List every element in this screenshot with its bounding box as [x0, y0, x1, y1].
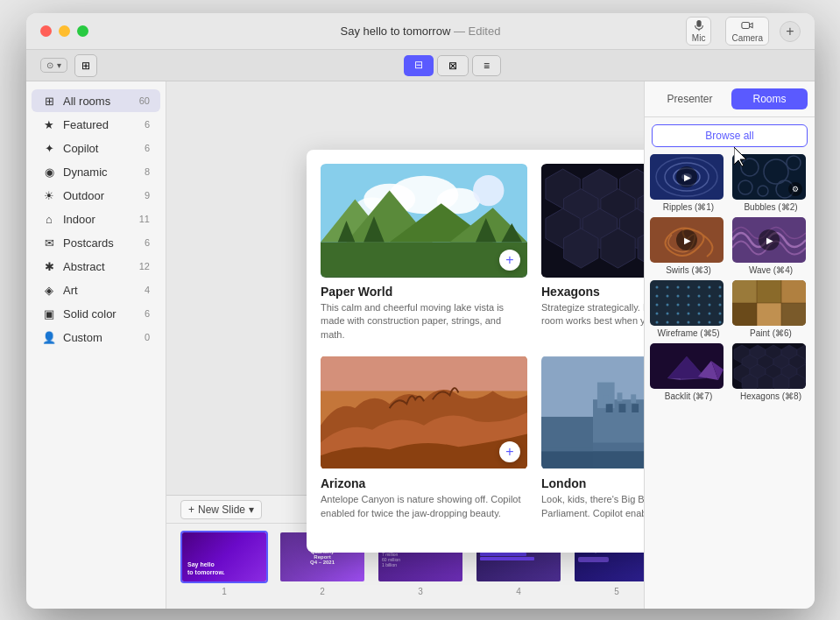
hexagons-rp-thumbnail — [732, 343, 806, 389]
sidebar-item-custom[interactable]: 👤 Custom 0 — [32, 326, 160, 349]
bubbles-label: Bubbles (⌘2) — [732, 202, 809, 212]
svg-rect-31 — [632, 404, 639, 412]
wave-play-overlay — [759, 229, 780, 250]
hexagons-title: Hexagons — [541, 285, 644, 299]
hexagons-thumb-bg — [541, 164, 644, 278]
slide-number-2: 2 — [320, 587, 325, 596]
svg-point-60 — [667, 286, 669, 289]
title-bar-right: Mic Camera + — [686, 17, 801, 46]
center-panel: + Paper World This calm and cheerful mov… — [166, 81, 644, 609]
svg-point-87 — [656, 321, 659, 324]
slide-thumb-1: Say helloto tomorrow. 1 — [180, 531, 268, 596]
london-desc: Look, kids, there's Big Ben, and there's… — [541, 493, 644, 520]
arizona-title: Arizona — [321, 476, 527, 490]
backlit-thumbnail — [650, 343, 724, 389]
svg-point-69 — [688, 295, 690, 298]
backlit-label: Backlit (⌘7) — [650, 391, 727, 401]
svg-rect-98 — [732, 303, 757, 326]
svg-rect-35 — [604, 396, 609, 405]
toolbar: ⊙ ▾ ⊞ ⊟ ⊠ ≡ — [26, 50, 815, 81]
room-backlit[interactable]: Backlit (⌘7) — [650, 343, 727, 401]
close-button[interactable] — [40, 25, 52, 37]
new-slide-button[interactable]: + New Slide ▾ — [180, 500, 262, 519]
svg-point-79 — [719, 304, 722, 306]
sidebar-label-indoor: Indoor — [63, 213, 132, 226]
sidebar-label-all-rooms: All rooms — [63, 95, 132, 108]
sidebar-label-featured: Featured — [63, 118, 138, 131]
sidebar-item-art[interactable]: ◈ Art 4 — [32, 278, 160, 301]
sidebar-count-outdoor: 9 — [145, 190, 150, 201]
room-bubbles[interactable]: ⚙ Bubbles (⌘2) — [732, 154, 809, 212]
svg-point-59 — [656, 286, 659, 289]
add-paper-world-button[interactable]: + — [499, 250, 520, 271]
mic-button[interactable]: Mic — [686, 17, 712, 46]
sidebar-item-outdoor[interactable]: ☀ Outdoor 9 — [32, 184, 160, 207]
svg-rect-29 — [606, 404, 613, 412]
svg-point-66 — [656, 295, 659, 298]
room-wireframe[interactable]: Wireframe (⌘5) — [650, 280, 727, 338]
paper-world-desc: This calm and cheerful moving lake vista… — [321, 301, 527, 342]
paper-world-svg — [321, 164, 527, 278]
room-card-arizona[interactable]: + Arizona Antelope Canyon is nature show… — [321, 356, 527, 520]
slide-1[interactable]: Say helloto tomorrow. — [180, 531, 268, 583]
all-rooms-icon: ⊞ — [42, 94, 56, 108]
sidebar-count-dynamic: 8 — [145, 166, 150, 177]
room-card-london[interactable]: + London Look, kids, there's Big Ben, an… — [541, 356, 644, 520]
london-svg — [541, 356, 644, 469]
minimize-button[interactable] — [59, 25, 70, 37]
sidebar-item-indoor[interactable]: ⌂ Indoor 11 — [32, 208, 160, 230]
sidebar-item-copilot[interactable]: ✦ Copilot 6 — [32, 137, 160, 159]
sidebar-item-postcards[interactable]: ✉ Postcards 6 — [32, 231, 160, 254]
room-card-hexagons[interactable]: + Hexagons Strategize strategically. Dec… — [541, 164, 644, 342]
sidebar-count-art: 4 — [145, 285, 150, 295]
rooms-grid: + Paper World This calm and cheerful mov… — [321, 164, 644, 520]
svg-rect-0 — [696, 20, 701, 27]
view-grid-button[interactable]: ⊠ — [437, 55, 469, 76]
view-slides-button[interactable]: ⊟ — [404, 55, 434, 76]
browse-all-button[interactable]: Browse all — [652, 124, 808, 147]
maximize-button[interactable] — [77, 25, 88, 37]
svg-point-91 — [698, 321, 701, 324]
room-paint[interactable]: Paint (⌘6) — [732, 280, 809, 338]
dynamic-icon: ◉ — [42, 165, 56, 179]
svg-rect-36 — [618, 393, 623, 402]
sidebar-count-abstract: 12 — [139, 261, 150, 271]
slide-number-3: 3 — [418, 587, 423, 596]
view-toggle-button[interactable]: ⊞ — [74, 54, 97, 77]
room-ripples[interactable]: Ripples (⌘1) — [650, 154, 727, 212]
svg-point-72 — [719, 295, 722, 298]
wave-label: Wave (⌘4) — [732, 265, 809, 275]
svg-point-74 — [667, 304, 669, 306]
rooms-thumbnails-panel: Ripples (⌘1) — [645, 154, 815, 406]
sidebar-item-featured[interactable]: ★ Featured 6 — [32, 113, 160, 136]
indoor-icon: ⌂ — [42, 212, 56, 226]
sidebar-item-dynamic[interactable]: ◉ Dynamic 8 — [32, 160, 160, 183]
custom-icon: 👤 — [42, 330, 56, 344]
hexagons-svg — [541, 164, 644, 278]
room-card-paper-world[interactable]: + Paper World This calm and cheerful mov… — [321, 164, 527, 342]
add-button[interactable]: + — [780, 21, 801, 42]
window-title: Say hello to tomorrow — Edited — [341, 25, 501, 38]
sidebar-count-solid-color: 6 — [145, 308, 150, 319]
svg-rect-96 — [757, 280, 781, 303]
sidebar-item-all-rooms[interactable]: ⊞ All rooms 60 — [32, 89, 160, 112]
tab-presenter[interactable]: Presenter — [652, 88, 728, 109]
room-swirls[interactable]: Swirls (⌘3) — [650, 217, 727, 275]
svg-rect-95 — [732, 280, 757, 303]
abstract-icon: ✱ — [42, 259, 56, 273]
ripples-play-overlay — [676, 166, 697, 187]
room-hexagons-rp[interactable]: Hexagons (⌘8) — [732, 343, 809, 401]
room-wave[interactable]: Wave (⌘4) — [732, 217, 809, 275]
tab-rooms[interactable]: Rooms — [731, 88, 808, 109]
camera-icon — [741, 19, 753, 32]
add-arizona-button[interactable]: + — [499, 441, 520, 462]
sidebar-item-solid-color[interactable]: ▣ Solid color 6 — [32, 302, 160, 325]
camera-button[interactable]: Camera — [725, 17, 769, 46]
sidebar: ⊞ All rooms 60 ★ Featured 6 ✦ Copilot 6 … — [26, 81, 166, 609]
sidebar-label-solid-color: Solid color — [63, 307, 138, 321]
sidebar-count-copilot: 6 — [145, 143, 150, 153]
svg-rect-30 — [619, 404, 626, 412]
sidebar-item-abstract[interactable]: ✱ Abstract 12 — [32, 255, 160, 278]
svg-point-85 — [709, 313, 711, 315]
view-list-button[interactable]: ≡ — [472, 55, 501, 76]
